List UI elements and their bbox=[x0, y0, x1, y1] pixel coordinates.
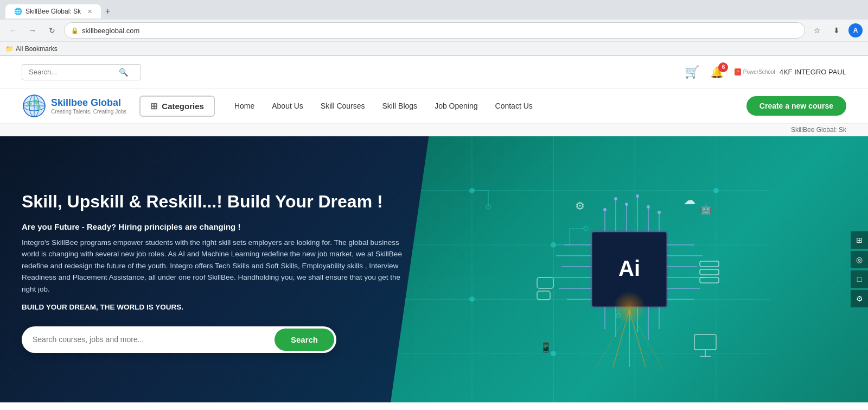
svg-text:🤖: 🤖 bbox=[700, 203, 712, 215]
categories-label: Categories bbox=[162, 102, 204, 111]
ai-chip-container: Ai bbox=[521, 161, 738, 378]
svg-text:Ai: Ai bbox=[618, 256, 640, 280]
side-panel-settings-button[interactable]: ⚙ bbox=[851, 290, 868, 307]
back-button[interactable]: ← bbox=[5, 23, 21, 38]
reload-button[interactable]: ↻ bbox=[44, 23, 60, 38]
svg-line-29 bbox=[597, 310, 629, 367]
active-tab[interactable]: 🌐 SkillBee Global: Sk ✕ bbox=[5, 4, 101, 18]
svg-point-54 bbox=[603, 208, 607, 211]
nav-home[interactable]: Home bbox=[226, 97, 263, 115]
header-right-section: 🛒 🔔 6 P PowerSchool 4KF INTEGRO PAUL bbox=[685, 65, 846, 79]
forward-button[interactable]: → bbox=[25, 23, 40, 38]
cart-icon: 🛒 bbox=[685, 65, 699, 79]
tab-bar: 🌐 SkillBee Global: Sk ✕ + bbox=[0, 0, 868, 20]
site-breadcrumb: SkillBee Global: Sk bbox=[0, 124, 868, 136]
bookmark-star-button[interactable]: ☆ bbox=[809, 23, 825, 38]
hero-image-panel: Ai bbox=[391, 136, 868, 402]
logo-text: Skillbee Global Creating Talents, Creati… bbox=[51, 97, 126, 115]
download-button[interactable]: ⬇ bbox=[829, 23, 844, 38]
browser-chrome: 🌐 SkillBee Global: Sk ✕ + ← → ↻ 🔒 ☆ ⬇ A … bbox=[0, 0, 868, 56]
hero-content: Skill, Upskill & Reskill...! Build Your … bbox=[0, 136, 434, 402]
hero-cta-text: BUILD YOUR DREAM, THE WORLD IS YOURS. bbox=[22, 303, 412, 311]
tab-close-icon[interactable]: ✕ bbox=[87, 8, 92, 15]
logo-globe-icon bbox=[22, 93, 47, 118]
svg-rect-62 bbox=[537, 277, 553, 288]
nav-blogs[interactable]: Skill Blogs bbox=[374, 97, 426, 115]
hero-body-text: Integro's SkillBee programs empower stud… bbox=[22, 237, 412, 295]
bookmarks-bar: 📁 All Bookmarks bbox=[0, 41, 868, 55]
svg-point-55 bbox=[614, 197, 617, 200]
user-profile-section[interactable]: P PowerSchool 4KF INTEGRO PAUL bbox=[735, 68, 846, 76]
nav-jobs[interactable]: Job Opening bbox=[426, 97, 486, 115]
site-logo[interactable]: Skillbee Global Creating Talents, Creati… bbox=[22, 93, 126, 118]
powerschool-icon: P bbox=[735, 68, 741, 75]
notification-badge: 6 bbox=[718, 62, 728, 72]
powerschool-text: PowerSchool bbox=[743, 69, 775, 75]
side-panel-grid-button[interactable]: ⊞ bbox=[851, 231, 868, 249]
side-panel: ⊞ ◎ □ ⚙ bbox=[851, 231, 868, 307]
new-tab-icon[interactable]: + bbox=[105, 7, 110, 16]
svg-rect-68 bbox=[700, 277, 719, 283]
browser-actions: ☆ ⬇ A bbox=[809, 23, 863, 38]
nav-about[interactable]: About Us bbox=[263, 97, 312, 115]
header-search-input[interactable] bbox=[29, 68, 116, 76]
categories-button[interactable]: ⊞ Categories bbox=[139, 96, 215, 117]
svg-point-59 bbox=[658, 211, 661, 214]
cart-button[interactable]: 🛒 bbox=[685, 65, 699, 79]
svg-text:📱: 📱 bbox=[540, 342, 552, 354]
bookmarks-label[interactable]: All Bookmarks bbox=[16, 45, 58, 53]
user-name-label: 4KF INTEGRO PAUL bbox=[780, 68, 846, 76]
site-wrapper: 🔍 🛒 🔔 6 P PowerSchool 4KF INTEGRO PAUL bbox=[0, 56, 868, 402]
hero-title: Skill, Upskill & Reskill...! Build Your … bbox=[22, 191, 412, 212]
address-bar[interactable]: 🔒 bbox=[64, 22, 805, 39]
tab-title: SkillBee Global: Sk bbox=[25, 8, 81, 15]
svg-point-56 bbox=[625, 203, 628, 206]
svg-rect-63 bbox=[537, 291, 550, 300]
side-panel-camera-button[interactable]: ◎ bbox=[851, 251, 868, 268]
notifications-button[interactable]: 🔔 6 bbox=[710, 66, 724, 79]
svg-rect-69 bbox=[694, 335, 716, 350]
tab-favicon: 🌐 bbox=[14, 8, 22, 15]
lock-icon: 🔒 bbox=[71, 27, 79, 34]
search-icon: 🔍 bbox=[119, 68, 128, 77]
svg-text:☁: ☁ bbox=[684, 193, 695, 207]
breadcrumb-text: SkillBee Global: Sk bbox=[791, 126, 846, 134]
svg-text:⚙: ⚙ bbox=[575, 200, 585, 212]
hero-subtitle: Are you Future - Ready? Hiring principle… bbox=[22, 222, 412, 231]
side-panel-square-button[interactable]: □ bbox=[851, 270, 868, 288]
svg-point-57 bbox=[636, 194, 639, 198]
hero-search-input[interactable] bbox=[22, 327, 272, 351]
hero-search-form: Search bbox=[22, 326, 336, 353]
logo-subtitle: Creating Talents, Creating Jobs bbox=[51, 109, 126, 115]
svg-rect-66 bbox=[700, 261, 719, 267]
profile-avatar[interactable]: A bbox=[848, 23, 863, 37]
grid-icon: ⊞ bbox=[150, 101, 157, 111]
nav-courses[interactable]: Skill Courses bbox=[312, 97, 374, 115]
chip-pins-svg: Ai bbox=[526, 166, 732, 373]
powerschool-logo: P PowerSchool bbox=[735, 68, 775, 75]
create-course-button[interactable]: Create a new course bbox=[746, 96, 846, 116]
top-header: 🔍 🛒 🔔 6 P PowerSchool 4KF INTEGRO PAUL bbox=[0, 56, 868, 89]
hero-section: Ai bbox=[0, 136, 868, 402]
svg-point-58 bbox=[647, 205, 650, 209]
svg-line-30 bbox=[629, 310, 662, 367]
nav-links: Home About Us Skill Courses Skill Blogs … bbox=[226, 97, 746, 115]
browser-toolbar: ← → ↻ 🔒 ☆ ⬇ A bbox=[0, 20, 868, 41]
logo-title: Skillbee Global bbox=[51, 97, 126, 109]
main-navigation: Skillbee Global Creating Talents, Creati… bbox=[0, 89, 868, 124]
hero-search-button[interactable]: Search bbox=[275, 329, 334, 351]
url-input[interactable] bbox=[82, 27, 798, 35]
svg-point-18 bbox=[469, 297, 475, 302]
bookmarks-folder-icon: 📁 bbox=[5, 45, 14, 53]
svg-rect-67 bbox=[700, 269, 719, 275]
header-search-bar[interactable]: 🔍 bbox=[22, 64, 141, 80]
nav-contact[interactable]: Contact Us bbox=[487, 97, 541, 115]
